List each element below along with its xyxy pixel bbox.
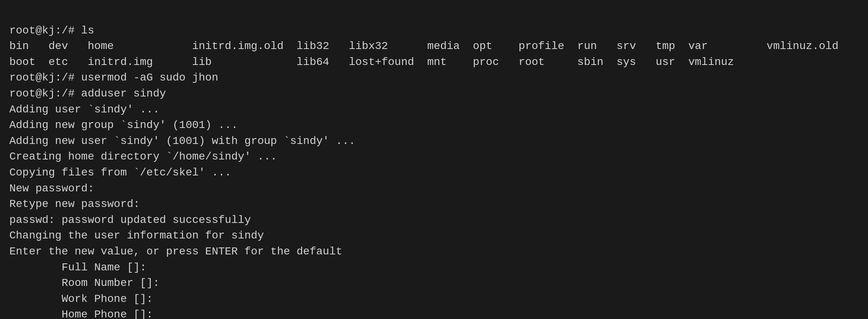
terminal-output-line: passwd: password updated successfully — [9, 212, 859, 228]
terminal-output-line: Work Phone []: — [9, 291, 859, 307]
terminal-output-line: Adding user `sindy' ... — [9, 102, 859, 118]
terminal-prompt-line: root@kj:/# adduser sindy — [9, 86, 859, 102]
terminal-output-line: Home Phone []: — [9, 307, 859, 319]
terminal-output-line: Adding new group `sindy' (1001) ... — [9, 117, 859, 133]
terminal-output-line: Full Name []: — [9, 260, 859, 276]
terminal-window[interactable]: root@kj:/# lsbin dev home initrd.img.old… — [0, 0, 868, 319]
terminal-output-line: Retype new password: — [9, 196, 859, 212]
terminal-output-line: bin dev home initrd.img.old lib32 libx32… — [9, 39, 859, 54]
terminal-prompt-line: root@kj:/# usermod -aG sudo jhon — [9, 70, 859, 86]
terminal-output-line: Changing the user information for sindy — [9, 228, 859, 244]
terminal-output-line: Room Number []: — [9, 275, 859, 291]
terminal-output-line: boot etc initrd.img lib lib64 lost+found… — [9, 54, 859, 70]
terminal-output-line: Copying files from `/etc/skel' ... — [9, 165, 859, 181]
terminal-output-line: Adding new user `sindy' (1001) with grou… — [9, 133, 859, 149]
terminal-prompt-line: root@kj:/# ls — [9, 23, 859, 39]
terminal-output-line: New password: — [9, 181, 859, 197]
terminal-output-line: Enter the new value, or press ENTER for … — [9, 244, 859, 260]
terminal-output-line: Creating home directory `/home/sindy' ..… — [9, 149, 859, 165]
